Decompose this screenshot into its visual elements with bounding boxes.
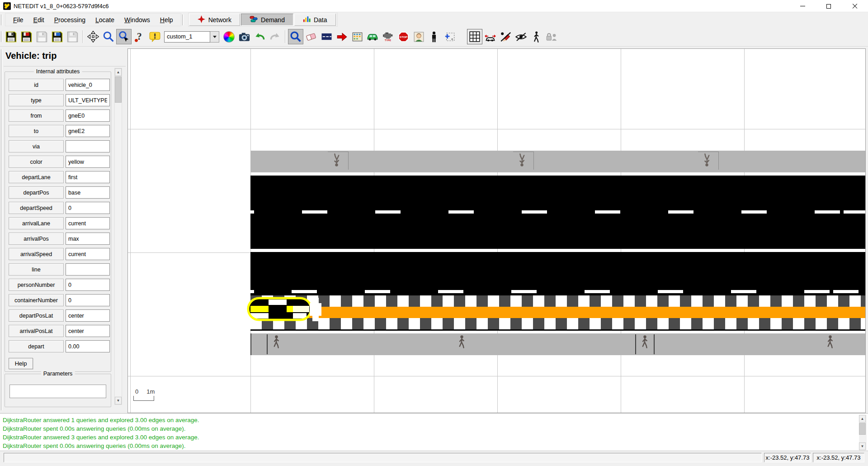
vehicle-schedule-button[interactable] xyxy=(349,29,365,44)
scrollbar-thumb[interactable] xyxy=(115,76,122,103)
message-window-button[interactable] xyxy=(147,29,162,44)
scrollbar-thumb[interactable] xyxy=(859,423,866,435)
create-route-button[interactable] xyxy=(334,29,349,44)
save-tls-button[interactable] xyxy=(34,29,49,44)
network-view-canvas[interactable]: 0 1m xyxy=(127,48,866,413)
delete-mode-button[interactable] xyxy=(303,29,319,44)
attr-label-arrivallane[interactable]: arrivalLane xyxy=(9,217,64,229)
attr-label-id[interactable]: id xyxy=(9,79,64,91)
save-demand-button[interactable] xyxy=(49,29,65,44)
vehicle-type-button[interactable]: TYPE xyxy=(380,29,396,44)
menu-windows[interactable]: Windows xyxy=(119,14,155,25)
help-button-panel[interactable]: Help xyxy=(9,358,33,369)
attr-label-departpos[interactable]: departPos xyxy=(9,186,64,199)
toggle-grid-button[interactable] xyxy=(467,29,482,44)
select-mode-button[interactable] xyxy=(319,29,334,44)
menu-file[interactable]: File xyxy=(8,14,28,25)
toolbar-grip[interactable] xyxy=(1,31,2,42)
person-plan-button[interactable] xyxy=(442,29,457,44)
attr-label-from[interactable]: from xyxy=(9,109,64,122)
inspect-mode-button[interactable] xyxy=(288,29,303,44)
attr-input-id[interactable] xyxy=(66,79,110,91)
zoom-in-button[interactable] xyxy=(101,29,116,44)
attr-input-color[interactable] xyxy=(66,156,110,168)
hide-shapes-button[interactable] xyxy=(513,29,528,44)
vehicle-trip-glyph[interactable] xyxy=(247,296,312,322)
create-stop-button[interactable]: STOP xyxy=(396,29,411,44)
create-vehicle-button[interactable] xyxy=(365,29,380,44)
close-button[interactable] xyxy=(842,0,868,12)
toolbar-grip[interactable] xyxy=(1,14,2,25)
attr-input-containernumber[interactable] xyxy=(66,294,110,306)
message-log[interactable]: DijkstraRouter answered 1 queries and ex… xyxy=(0,413,868,451)
save-data-button[interactable] xyxy=(65,29,80,44)
tab-network[interactable]: Network xyxy=(189,14,240,26)
help-button[interactable]: ? xyxy=(132,29,147,44)
attr-label-departlane[interactable]: departLane xyxy=(9,171,64,183)
attr-input-departlane[interactable] xyxy=(66,171,110,183)
attr-input-departposlat[interactable] xyxy=(66,309,110,322)
attr-label-depart[interactable]: depart xyxy=(9,340,64,352)
attr-label-arrivalpos[interactable]: arrivalPos xyxy=(9,233,64,245)
menu-locate[interactable]: Locate xyxy=(90,14,119,25)
attr-label-departposlat[interactable]: departPosLat xyxy=(9,309,64,322)
menu-edit[interactable]: Edit xyxy=(28,14,49,25)
attr-input-line[interactable] xyxy=(66,263,110,276)
attr-input-arrivallane[interactable] xyxy=(66,217,110,229)
menu-help[interactable]: Help xyxy=(155,14,178,25)
maximize-button[interactable] xyxy=(816,0,842,12)
attr-label-type[interactable]: type xyxy=(9,94,64,106)
parameters-input[interactable] xyxy=(9,385,106,398)
attr-input-type[interactable] xyxy=(66,94,110,106)
attr-input-arrivalposlat[interactable] xyxy=(66,325,110,337)
scroll-up-icon[interactable]: ▲ xyxy=(859,415,866,423)
view-preset-dropdown-button[interactable] xyxy=(210,31,219,43)
show-persons-button[interactable] xyxy=(528,29,544,44)
road-edge-top[interactable] xyxy=(250,176,865,249)
attr-label-arrivalspeed[interactable]: arrivalSpeed xyxy=(9,248,64,260)
panel-grip[interactable] xyxy=(1,49,2,410)
attr-label-via[interactable]: via xyxy=(9,140,64,152)
junction-shape-button[interactable] xyxy=(498,29,513,44)
save-additionals-button[interactable] xyxy=(19,29,34,44)
attr-input-from[interactable] xyxy=(66,109,110,122)
minimize-button[interactable] xyxy=(789,0,816,12)
redo-button[interactable] xyxy=(267,29,283,44)
lock-person-button[interactable] xyxy=(544,29,559,44)
attr-input-via[interactable] xyxy=(66,140,110,152)
pan-view-button[interactable] xyxy=(85,29,101,44)
trip-route-overlay[interactable] xyxy=(250,295,865,329)
undo-button[interactable] xyxy=(252,29,267,44)
attr-label-to[interactable]: to xyxy=(9,125,64,137)
attr-label-line[interactable]: line xyxy=(9,263,64,276)
save-network-button[interactable] xyxy=(3,29,19,44)
attr-input-departspeed[interactable] xyxy=(66,202,110,214)
attr-input-to[interactable] xyxy=(66,125,110,137)
menu-processing[interactable]: Processing xyxy=(49,14,90,25)
tab-data[interactable]: Data xyxy=(294,14,336,26)
person-type-button[interactable] xyxy=(411,29,426,44)
scroll-up-icon[interactable]: ▲ xyxy=(115,68,122,76)
attr-label-containernumber[interactable]: containerNumber xyxy=(9,294,64,306)
toolbar-grip[interactable] xyxy=(182,14,184,25)
log-scrollbar[interactable]: ▲ ▼ xyxy=(859,415,867,450)
attr-input-personnumber[interactable] xyxy=(66,279,110,291)
view-preset-value[interactable]: custom_1 xyxy=(164,31,210,43)
attr-label-personnumber[interactable]: personNumber xyxy=(9,279,64,291)
color-scheme-button[interactable] xyxy=(221,29,236,44)
sidewalk-bottom[interactable] xyxy=(250,333,865,355)
attr-label-arrivalposlat[interactable]: arrivalPosLat xyxy=(9,325,64,337)
compute-demand-button[interactable] xyxy=(482,29,498,44)
zoom-mode-button[interactable] xyxy=(116,29,132,44)
scroll-down-icon[interactable]: ▼ xyxy=(115,397,122,404)
attr-input-arrivalpos[interactable] xyxy=(66,233,110,245)
panel-scrollbar[interactable]: ▲ ▼ xyxy=(114,68,122,405)
snapshot-button[interactable] xyxy=(236,29,252,44)
scroll-down-icon[interactable]: ▼ xyxy=(859,442,866,450)
attr-input-departpos[interactable] xyxy=(66,186,110,199)
attr-label-departspeed[interactable]: departSpeed xyxy=(9,202,64,214)
create-person-button[interactable] xyxy=(426,29,442,44)
attr-label-color[interactable]: color xyxy=(9,156,64,168)
attr-input-depart[interactable] xyxy=(66,340,110,352)
attr-input-arrivalspeed[interactable] xyxy=(66,248,110,260)
